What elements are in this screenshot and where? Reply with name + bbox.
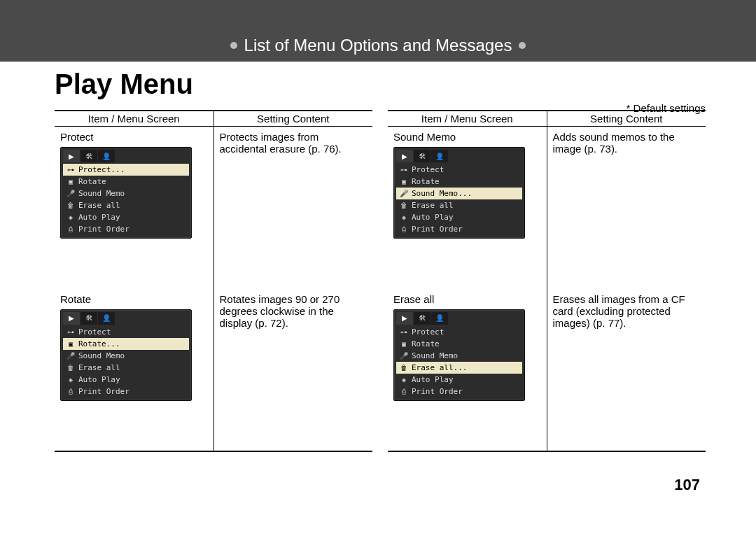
item-name: Sound Memo [393, 131, 541, 143]
item-name: Erase all [393, 293, 541, 305]
item-cell: Erase all▶🛠👤⊶Protect▣Rotate🎤Sound Memo🗑E… [388, 289, 547, 451]
menu-item-label: Erase all [78, 363, 120, 372]
menu-tab-icon: 👤 [98, 150, 115, 162]
menu-item-label: Print Order [78, 387, 130, 396]
menu-item-row: ▣Rotate [63, 176, 189, 188]
menu-item-row: 🎤Sound Memo [63, 188, 189, 199]
menu-item-label: Protect [412, 327, 444, 337]
menu-item-icon: 🎤 [66, 190, 76, 197]
menu-item-icon: 🎤 [399, 352, 409, 360]
menu-screen-graphic: ▶🛠👤⊶Protect▣Rotate🎤Sound Memo...🗑Erase a… [393, 147, 525, 239]
column-header: Item / Menu Screen [55, 111, 214, 127]
menu-item-label: Auto Play [78, 375, 120, 384]
menu-screen-graphic: ▶🛠👤⊶Protect...▣Rotate🎤Sound Memo🗑Erase a… [60, 147, 192, 239]
item-name: Protect [60, 131, 208, 143]
menu-item-icon: ⊶ [399, 328, 409, 336]
decorative-top-band [0, 0, 756, 29]
menu-item-label: Auto Play [412, 375, 454, 384]
menu-item-row: ⎙Print Order [63, 386, 189, 397]
menu-tab-icon: 🛠 [414, 312, 430, 325]
setting-content-cell: Adds sound memos to the image (p. 73). [547, 127, 706, 289]
options-table: Item / Menu ScreenSetting ContentSound M… [388, 110, 706, 452]
column-header: Item / Menu Screen [388, 111, 547, 127]
menu-item-icon: 🗑 [66, 202, 76, 209]
menu-item-row: ◈Auto Play [396, 374, 522, 386]
default-settings-note: * Default settings [626, 102, 706, 114]
menu-item-label: Print Order [412, 387, 463, 396]
menu-item-icon: ⎙ [66, 388, 76, 395]
menu-item-row: 🗑Erase all... [396, 362, 522, 374]
menu-item-row: ▣Rotate [396, 176, 522, 188]
menu-item-label: Rotate... [78, 339, 120, 348]
menu-item-row: 🎤Sound Memo... [396, 188, 522, 199]
menu-item-row: ◈Auto Play [63, 211, 189, 223]
menu-item-icon: ⎙ [66, 225, 76, 233]
menu-item-label: Auto Play [412, 213, 454, 222]
menu-screen-graphic: ▶🛠👤⊶Protect▣Rotate...🎤Sound Memo🗑Erase a… [60, 309, 192, 401]
page-heading: Play Menu [55, 69, 706, 100]
item-name: Rotate [60, 293, 208, 305]
menu-item-row: ⊶Protect... [63, 164, 189, 176]
item-cell: Sound Memo▶🛠👤⊶Protect▣Rotate🎤Sound Memo.… [388, 127, 547, 289]
table-row: Protect▶🛠👤⊶Protect...▣Rotate🎤Sound Memo🗑… [55, 127, 372, 289]
chapter-title-band: List of Menu Options and Messages [0, 29, 756, 62]
bullet-dot-icon [230, 42, 237, 49]
menu-item-icon: 🗑 [399, 202, 409, 209]
table-row: Sound Memo▶🛠👤⊶Protect▣Rotate🎤Sound Memo.… [388, 127, 706, 289]
menu-item-label: Rotate [412, 339, 440, 348]
menu-item-icon: ⊶ [399, 166, 409, 174]
menu-item-row: ▣Rotate... [63, 338, 189, 350]
menu-item-row: 🎤Sound Memo [396, 350, 522, 362]
menu-item-icon: ⊶ [66, 328, 76, 336]
menu-item-icon: 🗑 [66, 364, 76, 372]
menu-item-label: Erase all [78, 201, 120, 210]
item-cell: Rotate▶🛠👤⊶Protect▣Rotate...🎤Sound Memo🗑E… [55, 289, 214, 451]
menu-item-icon: ◈ [399, 213, 409, 221]
menu-item-label: Sound Memo [412, 351, 458, 360]
menu-item-icon: ⊶ [66, 166, 76, 174]
page-number: 107 [674, 476, 700, 494]
setting-content-cell: Protects images from accidental erasure … [214, 127, 372, 289]
menu-screen-graphic: ▶🛠👤⊶Protect▣Rotate🎤Sound Memo🗑Erase all.… [393, 309, 525, 401]
menu-item-row: ⎙Print Order [396, 386, 522, 397]
menu-item-label: Rotate [412, 177, 440, 186]
menu-item-row: ◈Auto Play [396, 211, 522, 223]
menu-item-row: ⊶Protect [396, 164, 522, 176]
item-cell: Protect▶🛠👤⊶Protect...▣Rotate🎤Sound Memo🗑… [55, 127, 214, 289]
menu-item-row: ⎙Print Order [63, 223, 189, 235]
menu-item-row: ▣Rotate [396, 338, 522, 350]
menu-item-label: Erase all... [412, 363, 467, 372]
menu-item-label: Print Order [78, 225, 130, 234]
column-header: Setting Content [214, 111, 372, 127]
menu-item-label: Protect [412, 165, 444, 174]
menu-tab-icon: 👤 [98, 312, 115, 325]
chapter-title: List of Menu Options and Messages [244, 36, 512, 55]
menu-item-icon: ▣ [66, 340, 76, 348]
menu-item-row: 🗑Erase all [396, 199, 522, 211]
menu-item-label: Erase all [412, 201, 454, 210]
menu-item-label: Sound Memo... [412, 189, 472, 198]
menu-item-label: Protect... [78, 165, 125, 174]
menu-item-label: Sound Memo [78, 351, 125, 360]
menu-item-icon: 🎤 [66, 352, 76, 360]
menu-tab-icon: 🛠 [80, 312, 97, 325]
menu-item-row: ◈Auto Play [63, 374, 189, 386]
menu-item-icon: ◈ [66, 213, 76, 221]
menu-item-icon: ▣ [66, 178, 76, 185]
menu-item-icon: 🗑 [399, 364, 409, 372]
menu-tab-icon: ▶ [63, 312, 80, 325]
menu-item-icon: ◈ [66, 376, 76, 383]
menu-item-row: ⎙Print Order [396, 223, 522, 235]
menu-tab-icon: ▶ [396, 150, 413, 162]
table-row: Rotate▶🛠👤⊶Protect▣Rotate...🎤Sound Memo🗑E… [55, 289, 372, 451]
menu-item-icon: ▣ [399, 340, 409, 348]
menu-item-icon: ⎙ [399, 388, 409, 395]
setting-content-cell: Erases all images from a CF card (exclud… [547, 289, 706, 451]
menu-item-row: ⊶Protect [396, 326, 522, 338]
menu-tab-icon: 🛠 [80, 150, 97, 162]
menu-item-icon: ▣ [399, 178, 409, 185]
menu-item-icon: 🎤 [399, 190, 409, 197]
menu-tab-icon: ▶ [63, 150, 80, 162]
menu-item-label: Rotate [78, 177, 106, 186]
menu-item-icon: ⎙ [399, 225, 409, 233]
